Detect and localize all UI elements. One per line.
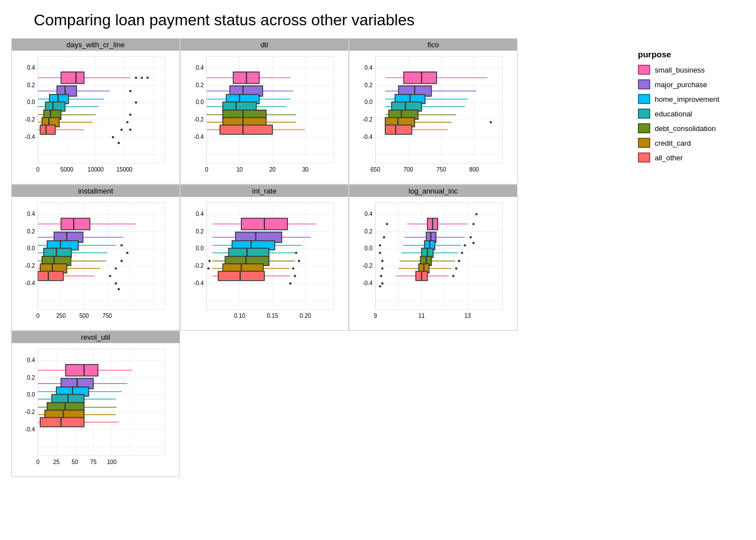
svg-point-206 [120, 244, 123, 246]
svg-point-266 [207, 267, 209, 269]
page: Comparing loan payment status across oth… [0, 0, 756, 540]
svg-point-327 [381, 267, 384, 269]
svg-point-55 [120, 129, 123, 131]
svg-text:0.4: 0.4 [27, 65, 35, 71]
panel-dti: dti 0.4 [180, 38, 349, 184]
svg-text:0.10: 0.10 [234, 313, 245, 319]
svg-text:0.2: 0.2 [27, 228, 35, 235]
svg-text:-0.2: -0.2 [25, 409, 35, 415]
svg-text:-0.4: -0.4 [194, 280, 204, 286]
panel-fico: fico 0.4 [349, 38, 518, 184]
legend-color-credit-card [638, 138, 650, 148]
panel-log-annual-inc: log_annual_inc [349, 184, 518, 331]
panel-body-installment: 0.4 0.2 0.0 -0.2 -0.4 0 250 500 750 [12, 197, 179, 330]
svg-text:0.4: 0.4 [27, 357, 35, 363]
panel-body-fico: 0.4 0.2 0.0 -0.2 -0.4 650 700 750 800 [349, 51, 517, 183]
svg-rect-204 [38, 271, 63, 280]
svg-text:-0.4: -0.4 [25, 134, 35, 140]
svg-rect-129 [404, 72, 436, 84]
svg-text:-0.2: -0.2 [194, 263, 204, 269]
svg-point-260 [295, 251, 297, 254]
svg-point-207 [126, 251, 128, 254]
svg-text:700: 700 [403, 166, 413, 173]
svg-point-331 [452, 275, 454, 277]
svg-text:0.4: 0.4 [27, 211, 35, 217]
panel-body-revol-util: 0.4 0.2 0.0 -0.2 -0.4 0 25 50 75 100 [12, 343, 179, 476]
svg-point-323 [379, 251, 381, 254]
svg-text:750: 750 [102, 313, 112, 319]
panel-body-dti: 0.4 0.2 0.0 -0.2 -0.4 0 10 20 30 [181, 51, 348, 183]
svg-revol-util: 0.4 0.2 0.0 -0.2 -0.4 0 25 50 75 100 [12, 343, 179, 476]
svg-text:0.0: 0.0 [27, 392, 35, 398]
svg-text:10000: 10000 [88, 166, 104, 173]
svg-point-209 [115, 267, 117, 269]
svg-installment: 0.4 0.2 0.0 -0.2 -0.4 0 250 500 750 [12, 197, 179, 330]
svg-log-annual-inc: 0.4 0.2 0.0 -0.2 -0.4 9 11 13 [349, 197, 517, 330]
svg-text:750: 750 [436, 166, 446, 173]
legend-item-educational: educational [638, 109, 750, 119]
svg-text:0.15: 0.15 [267, 313, 278, 319]
svg-rect-333 [375, 202, 502, 309]
svg-text:11: 11 [418, 313, 425, 319]
svg-text:15000: 15000 [116, 166, 133, 173]
svg-point-49 [141, 76, 143, 79]
svg-point-328 [455, 267, 457, 269]
panel-title-fico: fico [349, 39, 517, 51]
svg-text:0.2: 0.2 [27, 82, 35, 88]
svg-point-263 [294, 275, 296, 277]
plots-area: days_with_cr_line [11, 38, 627, 534]
plot-row-2: installment [11, 184, 627, 331]
svg-point-58 [118, 142, 120, 144]
legend-item-home-improvement: home_improvement [638, 94, 750, 104]
svg-point-210 [109, 275, 111, 277]
legend-title: purpose [638, 50, 750, 59]
svg-point-212 [118, 288, 120, 290]
legend-label-all-other: all_other [655, 154, 683, 162]
svg-rect-22 [61, 72, 84, 84]
svg-text:0.4: 0.4 [364, 65, 373, 71]
svg-text:0.0: 0.0 [364, 245, 373, 251]
svg-point-316 [472, 223, 475, 225]
svg-text:-0.2: -0.2 [25, 116, 35, 123]
svg-text:0: 0 [37, 459, 40, 465]
svg-fico: 0.4 0.2 0.0 -0.2 -0.4 650 700 750 800 [349, 51, 517, 183]
svg-text:500: 500 [79, 313, 89, 319]
svg-text:0: 0 [205, 166, 209, 173]
svg-point-57 [112, 136, 114, 138]
svg-text:25: 25 [53, 459, 60, 465]
svg-text:13: 13 [465, 313, 471, 319]
svg-text:-0.2: -0.2 [25, 263, 35, 269]
svg-point-329 [380, 275, 382, 277]
svg-days-with-cr-line: 0.4 0.2 0.0 -0.2 -0.4 0 5000 10000 15000 [12, 51, 179, 183]
legend-item-credit-card: credit_card [638, 138, 750, 148]
svg-point-324 [461, 251, 463, 254]
svg-point-319 [470, 236, 472, 238]
panel-body-int-rate: 0.4 0.2 0.0 -0.2 -0.4 0.10 0.15 0.20 [181, 197, 348, 330]
svg-text:0.20: 0.20 [300, 313, 311, 319]
panel-title-log-annual-inc: log_annual_inc [349, 185, 517, 197]
svg-text:0.0: 0.0 [196, 245, 204, 251]
svg-text:0.0: 0.0 [196, 99, 204, 105]
svg-text:-0.2: -0.2 [194, 116, 204, 123]
page-title: Comparing loan payment status across oth… [34, 11, 750, 29]
panel-title-int-rate: int_rate [181, 185, 348, 197]
svg-text:250: 250 [56, 313, 66, 319]
svg-rect-180 [61, 218, 89, 230]
svg-text:9: 9 [374, 313, 377, 319]
svg-text:20: 20 [269, 166, 276, 173]
legend-label-small-business: small_business [655, 66, 705, 74]
content-area: days_with_cr_line [11, 38, 750, 534]
svg-text:0.2: 0.2 [196, 228, 204, 235]
svg-text:0: 0 [37, 313, 40, 319]
svg-text:50: 50 [71, 459, 78, 465]
legend-color-all-other [638, 152, 650, 163]
svg-text:0.0: 0.0 [27, 245, 35, 251]
svg-point-53 [129, 114, 132, 116]
svg-rect-258 [218, 271, 264, 280]
svg-point-320 [472, 242, 475, 244]
svg-text:800: 800 [469, 166, 479, 173]
svg-text:650: 650 [371, 166, 380, 173]
svg-text:-0.4: -0.4 [25, 280, 35, 286]
svg-int-rate: 0.4 0.2 0.0 -0.2 -0.4 0.10 0.15 0.20 [181, 197, 348, 330]
legend-color-debt-consolidation [638, 123, 650, 133]
